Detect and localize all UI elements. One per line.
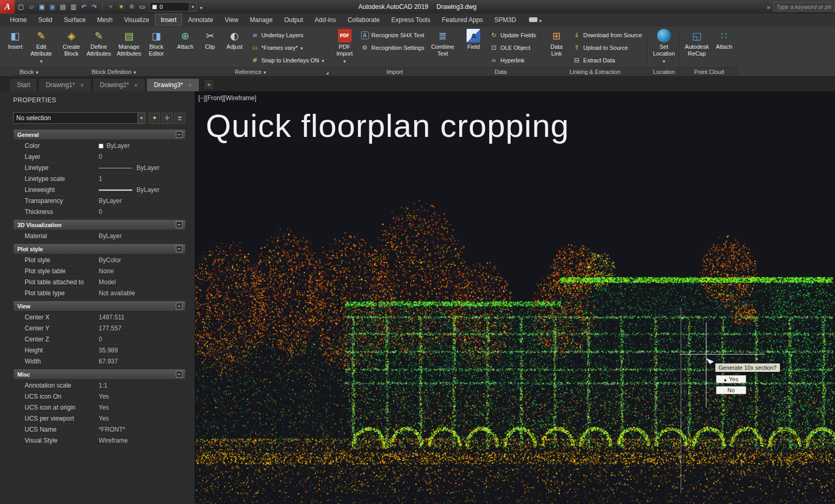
ribbon-panel-label-block[interactable]: Block xyxy=(1,67,57,76)
ribbon-panel-label-point-cloud[interactable]: Point Cloud xyxy=(680,67,738,76)
property-value[interactable]: 0 xyxy=(99,336,186,343)
autodesk-recap-button[interactable]: ◱AutodeskReCap xyxy=(683,28,711,57)
document-tab-start[interactable]: Start xyxy=(9,78,37,91)
property-value[interactable]: 1497.511 xyxy=(99,314,186,321)
attach-button[interactable]: ⊕Attach xyxy=(174,28,197,50)
ribbon-tab-collaborate[interactable]: Collaborate xyxy=(342,14,385,26)
collapse-button[interactable] xyxy=(176,221,183,228)
property-value[interactable]: Model xyxy=(99,278,186,286)
collapse-button[interactable] xyxy=(176,131,183,138)
collapse-button[interactable] xyxy=(176,245,183,252)
ribbon-tab-express-tools[interactable]: Express Tools xyxy=(386,14,436,26)
property-value[interactable]: Yes xyxy=(99,393,186,400)
new-file-icon[interactable]: ▢ xyxy=(16,2,26,12)
property-value[interactable]: 0 xyxy=(99,208,186,216)
close-tab-icon[interactable] xyxy=(188,81,193,89)
property-value[interactable]: Wireframe xyxy=(99,437,186,444)
sun-icon[interactable]: ☼ xyxy=(127,2,136,12)
ribbon-tab-manage[interactable]: Manage xyxy=(244,14,278,26)
property-value[interactable]: 1 xyxy=(99,175,186,183)
print-icon[interactable]: ▥ xyxy=(69,2,78,12)
ribbon-tab-insert[interactable]: Insert xyxy=(155,14,182,26)
property-value[interactable]: Not available xyxy=(99,289,186,297)
ribbon-panel-label-data[interactable]: Data xyxy=(459,67,542,76)
ribbon-tab-add-ins[interactable]: Add-ins xyxy=(309,14,342,26)
edit-attribute-button[interactable]: ✎EditAttribute xyxy=(28,28,54,64)
prompt-option-no[interactable]: No xyxy=(716,386,746,394)
open-file-icon[interactable]: ▱ xyxy=(27,2,36,12)
define-attributes-button[interactable]: ✎DefineAttributes xyxy=(84,28,113,57)
recognition-settings-button[interactable]: ⚙Recognition Settings xyxy=(358,41,428,54)
property-value[interactable]: ByLayer xyxy=(99,232,186,240)
section-header-3d-visualization[interactable]: 3D Visualization xyxy=(13,219,186,230)
lamp-bright-icon[interactable]: ☀ xyxy=(117,2,126,12)
frames-dropdown[interactable]: ▭*Frames vary* xyxy=(248,41,327,54)
app-logo[interactable]: A xyxy=(0,0,15,14)
property-value[interactable]: ByLayer xyxy=(99,164,186,171)
field-button[interactable]: Field xyxy=(462,28,485,50)
ribbon-options-button[interactable] xyxy=(526,14,545,26)
ribbon-tab-output[interactable]: Output xyxy=(278,14,309,26)
section-header-general[interactable]: General xyxy=(13,129,186,140)
close-tab-icon[interactable] xyxy=(80,81,84,89)
section-header-view[interactable]: View xyxy=(13,301,186,312)
create-block-button[interactable]: ◈CreateBlock xyxy=(60,28,83,57)
ribbon-tab-visualize[interactable]: Visualize xyxy=(118,14,155,26)
recognize-shx-text-button[interactable]: ARecognize SHX Text xyxy=(358,29,428,41)
attach-point-cloud-button[interactable]: ∷Attach xyxy=(713,28,736,50)
ribbon-tab-surface[interactable]: Surface xyxy=(58,14,91,26)
ribbon-panel-label-block-definition[interactable]: Block Definition xyxy=(57,67,171,76)
ribbon-tab-spm3d[interactable]: SPM3D xyxy=(489,14,522,26)
property-value[interactable]: ByColor xyxy=(99,256,186,264)
combine-text-button[interactable]: ≣CombineText xyxy=(429,28,456,57)
chevron-right-icon[interactable] xyxy=(767,2,770,12)
document-tab-drawing2[interactable]: Drawing2* xyxy=(92,78,145,91)
redo-icon[interactable]: ↷ xyxy=(90,2,99,12)
ribbon-tab-solid[interactable]: Solid xyxy=(33,14,58,26)
ribbon-tab-view[interactable]: View xyxy=(219,14,244,26)
drawing-canvas[interactable] xyxy=(195,91,835,504)
property-value[interactable]: 67.937 xyxy=(99,358,186,365)
document-tab-drawing1[interactable]: Drawing1* xyxy=(38,78,91,91)
selection-dropdown[interactable]: No selection xyxy=(13,112,145,124)
property-value[interactable]: ByLayer xyxy=(99,186,186,194)
ribbon-panel-label-reference[interactable]: Reference xyxy=(171,67,330,76)
save-as-icon[interactable]: ▣ xyxy=(48,2,57,12)
close-tab-icon[interactable] xyxy=(134,81,139,89)
download-from-source-button[interactable]: ⇓Download from Source xyxy=(569,29,645,41)
property-value[interactable]: 177.557 xyxy=(99,325,186,332)
ribbon-tab-home[interactable]: Home xyxy=(4,14,33,26)
section-header-plot-style[interactable]: Plot style xyxy=(13,243,186,254)
ribbon-tab-featured-apps[interactable]: Featured Apps xyxy=(436,14,489,26)
property-value[interactable]: ByLayer xyxy=(99,197,186,205)
pdf-import-button[interactable]: PDFImport xyxy=(333,28,356,64)
property-value[interactable]: Yes xyxy=(99,404,186,411)
search-input[interactable] xyxy=(773,2,835,12)
collapse-button[interactable] xyxy=(176,303,183,309)
property-value[interactable]: None xyxy=(99,267,186,275)
new-drawing-tab-button[interactable]: + xyxy=(204,79,214,90)
hyperlink-button[interactable]: ∞Hyperlink xyxy=(487,54,539,67)
qat-customize-button[interactable] xyxy=(198,2,205,12)
undo-icon[interactable]: ↶ xyxy=(79,2,89,12)
ribbon-panel-label-linking-extraction[interactable]: Linking & Extraction xyxy=(542,67,648,76)
lamp-dim-icon[interactable]: ☀ xyxy=(106,2,115,12)
ribbon-tab-annotate[interactable]: Annotate xyxy=(182,14,219,26)
ole-object-button[interactable]: ⊡OLE Object xyxy=(487,41,539,54)
save-icon[interactable]: ▣ xyxy=(37,2,47,12)
property-value[interactable]: Yes xyxy=(99,415,186,422)
layer-dropdown[interactable]: 0 xyxy=(150,2,197,12)
toggle-pickadd-button[interactable]: ± xyxy=(174,113,185,124)
update-fields-button[interactable]: ↻Update Fields xyxy=(487,29,539,41)
quick-select-button[interactable]: ✦ xyxy=(149,113,160,124)
viewport-controls-label[interactable]: [−][Front][Wireframe] xyxy=(198,94,256,102)
underlay-layers-button[interactable]: ≡Underlay Layers xyxy=(248,29,327,41)
block-editor-button[interactable]: ◨BlockEditor xyxy=(145,28,168,57)
insert-button[interactable]: ◧Insert xyxy=(4,28,27,50)
section-header-misc[interactable]: Misc xyxy=(13,369,186,380)
plot-icon[interactable]: ▤ xyxy=(58,2,68,12)
property-value[interactable]: 35.989 xyxy=(99,347,186,354)
adjust-button[interactable]: ◐Adjust xyxy=(223,28,246,50)
property-value[interactable]: 0 xyxy=(99,153,186,160)
document-tab-drawing3[interactable]: Drawing3* xyxy=(146,78,199,91)
